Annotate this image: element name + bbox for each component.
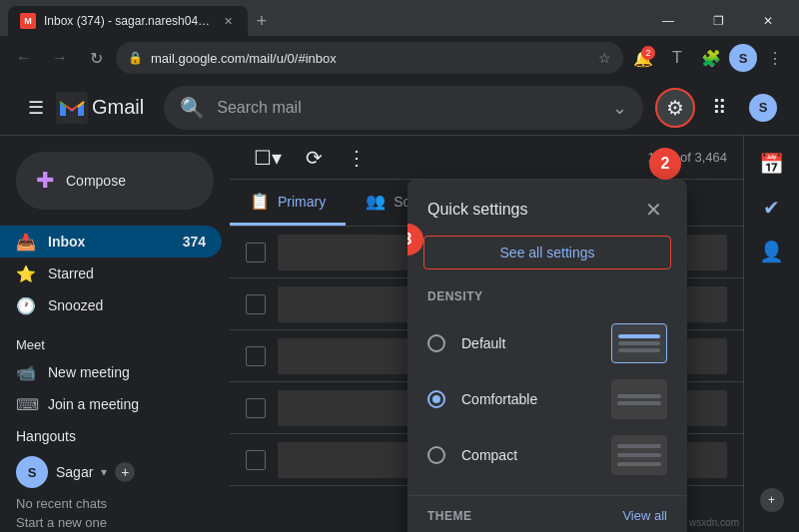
tab-close-button[interactable]: ✕ xyxy=(220,13,236,29)
preview-line xyxy=(617,462,661,466)
main-content: ☐▾ ⟳ ⋮ 1–50 of 3,464 📋 Primary 👥 Social xyxy=(230,136,743,532)
inbox-count: 374 xyxy=(183,234,206,250)
new-meeting-label: New meeting xyxy=(48,364,206,380)
hangouts-title: Hangouts xyxy=(16,428,76,444)
settings-divider xyxy=(407,495,687,496)
mail-checkbox[interactable] xyxy=(246,398,266,418)
sidebar-item-inbox[interactable]: 📥 Inbox 374 xyxy=(0,226,222,258)
hamburger-menu[interactable]: ☰ xyxy=(16,88,56,128)
right-sidebar-bottom: + xyxy=(760,484,784,532)
theme-view-all-button[interactable]: View all xyxy=(622,508,667,523)
apps-button[interactable]: ⠿ xyxy=(699,88,739,128)
compose-plus-icon: ✚ xyxy=(36,168,54,194)
density-section-title: DENSITY xyxy=(407,285,687,311)
more-options-button[interactable]: ⋮ xyxy=(339,142,375,174)
tab-primary[interactable]: 📋 Primary xyxy=(230,180,346,226)
preview-line xyxy=(618,334,660,338)
search-icon: 🔍 xyxy=(180,96,205,120)
tab-primary-label: Primary xyxy=(278,194,326,210)
menu-button[interactable]: ⋮ xyxy=(759,42,791,74)
join-meeting-icon: ⌨ xyxy=(16,395,36,414)
density-default-radio[interactable] xyxy=(427,334,445,352)
social-tab-icon: 👥 xyxy=(366,192,386,211)
tasks-icon[interactable]: ✔ xyxy=(752,188,792,228)
mail-checkbox[interactable] xyxy=(246,294,266,314)
tab-title: Inbox (374) - sagar.naresh0404@... xyxy=(44,14,212,28)
settings-button[interactable]: ⚙ xyxy=(655,88,695,128)
profile-avatar[interactable]: S xyxy=(729,44,757,72)
snoozed-icon: 🕐 xyxy=(16,296,36,315)
add-chat-button[interactable]: + xyxy=(115,462,135,482)
starred-label: Starred xyxy=(48,266,206,281)
url-text: mail.google.com/mail/u/0/#inbox xyxy=(151,51,590,66)
theme-section-title: THEME xyxy=(427,509,472,523)
mail-checkbox[interactable] xyxy=(246,243,266,263)
quick-settings-close-button[interactable]: ✕ xyxy=(639,196,667,224)
inbox-icon: 📥 xyxy=(16,233,36,252)
density-compact-option[interactable]: Compact xyxy=(427,427,667,483)
sidebar-item-snoozed[interactable]: 🕐 Snoozed xyxy=(0,289,222,321)
theme-section: THEME View all xyxy=(407,504,687,532)
inbox-label: Inbox xyxy=(48,234,183,250)
account-button[interactable]: S xyxy=(743,88,783,128)
close-button[interactable]: ✕ xyxy=(745,7,791,35)
window-controls: — ❐ ✕ xyxy=(645,7,791,35)
density-compact-label: Compact xyxy=(461,447,611,463)
mail-checkbox[interactable] xyxy=(246,450,266,470)
primary-tab-icon: 📋 xyxy=(250,192,270,211)
see-all-settings-button[interactable]: See all settings xyxy=(423,236,671,269)
hangout-user-name: Sagar xyxy=(56,464,93,480)
sidebar-item-join-meeting[interactable]: ⌨ Join a meeting xyxy=(0,388,222,420)
step-2-badge: 2 xyxy=(649,148,681,180)
density-compact-radio[interactable] xyxy=(427,446,445,464)
gmail-logo-text: Gmail xyxy=(92,96,144,119)
theme-header: THEME View all xyxy=(427,508,667,523)
hangout-user-row[interactable]: S Sagar ▾ + xyxy=(16,452,214,492)
density-comfortable-option[interactable]: Comfortable xyxy=(427,371,667,427)
lock-icon: 🔒 xyxy=(128,51,143,65)
minimize-button[interactable]: — xyxy=(645,7,691,35)
browser-tab[interactable]: M Inbox (374) - sagar.naresh0404@... ✕ xyxy=(8,6,248,36)
reload-button[interactable]: ↻ xyxy=(80,42,112,74)
density-default-option[interactable]: Default xyxy=(427,315,667,371)
bookmark-icon: ☆ xyxy=(598,50,611,66)
density-default-preview xyxy=(611,323,667,363)
sidebar-expand-button[interactable]: + xyxy=(760,488,784,512)
restore-button[interactable]: ❐ xyxy=(695,7,741,35)
extensions-icon[interactable]: 🔔 xyxy=(627,42,659,74)
preview-line xyxy=(617,394,661,398)
gmail-app: ☰ Gmail 🔍 Search mail ⌄ ⚙ ⠿ S 2 xyxy=(0,80,799,532)
density-default-label: Default xyxy=(461,335,611,351)
search-bar[interactable]: 🔍 Search mail ⌄ xyxy=(164,86,643,130)
browser-chrome: M Inbox (374) - sagar.naresh0404@... ✕ +… xyxy=(0,0,799,80)
tab-favicon: M xyxy=(20,13,36,29)
address-bar[interactable]: 🔒 mail.google.com/mail/u/0/#inbox ☆ xyxy=(116,42,623,74)
hangouts-section: Hangouts S Sagar ▾ + No recent chats Sta… xyxy=(0,420,230,532)
mail-checkbox[interactable] xyxy=(246,346,266,366)
density-comfortable-radio[interactable] xyxy=(427,390,445,408)
density-comfortable-label: Comfortable xyxy=(461,391,611,407)
calendar-icon[interactable]: 📅 xyxy=(752,144,792,184)
app-body: ✚ Compose 📥 Inbox 374 ⭐ Starred 🕐 Snooze… xyxy=(0,136,799,532)
back-button[interactable]: ← xyxy=(8,42,40,74)
header-actions: ⚙ ⠿ S xyxy=(655,88,783,128)
extensions-puzzle-icon[interactable]: 🧩 xyxy=(695,42,727,74)
hangout-expand-icon: ▾ xyxy=(101,465,107,479)
contacts-icon[interactable]: 👤 xyxy=(752,232,792,271)
translate-icon[interactable]: T xyxy=(661,42,693,74)
meet-section-label: Meet xyxy=(0,321,230,356)
refresh-button[interactable]: ⟳ xyxy=(298,142,331,174)
select-all-checkbox[interactable]: ☐▾ xyxy=(246,142,290,174)
sidebar-item-starred[interactable]: ⭐ Starred xyxy=(0,258,222,289)
sidebar-item-new-meeting[interactable]: 📹 New meeting xyxy=(0,356,222,388)
snoozed-label: Snoozed xyxy=(48,297,206,313)
sidebar: ✚ Compose 📥 Inbox 374 ⭐ Starred 🕐 Snooze… xyxy=(0,136,230,532)
new-tab-button[interactable]: + xyxy=(248,7,276,35)
preview-line xyxy=(617,401,661,405)
density-comfortable-preview xyxy=(611,379,667,419)
search-input[interactable]: Search mail xyxy=(217,99,600,117)
toolbar-icons: 🔔 T 🧩 S ⋮ xyxy=(627,42,791,74)
forward-button[interactable]: → xyxy=(44,42,76,74)
preview-line xyxy=(618,341,660,345)
compose-button[interactable]: ✚ Compose xyxy=(16,152,214,210)
